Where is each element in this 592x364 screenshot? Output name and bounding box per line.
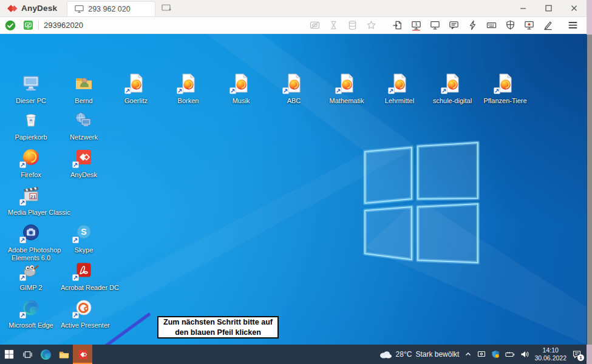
skype-icon: S [73,222,94,243]
desktop-icon-abc[interactable]: ABC [271,73,317,105]
monitor-tab-icon [75,5,84,13]
desktop-icon-label: Firefox [8,171,54,179]
shortcut-arrow-icon [494,87,500,94]
task-view-button[interactable] [18,345,36,364]
action-center-button[interactable]: 1 [572,349,582,359]
keyboard-icon[interactable] [485,18,498,33]
callout-line2: den blauen Pfeil klicken [175,328,261,338]
desktop-icon-microsoft-edge[interactable]: Microsoft Edge [8,297,54,329]
shortcut-arrow-icon [177,87,183,94]
minimize-button[interactable] [510,0,536,16]
svg-text:21: 21 [30,194,36,200]
svg-text:S: S [81,227,86,237]
desktop-icon-pflanzen-tiere[interactable]: Pflanzen-Tiere [482,73,528,105]
desktop-icon-label: ABC [271,97,317,105]
callout-line1: Zum nächsten Schritt bitte auf [163,317,273,328]
session-tab-label: 293 962 020 [88,5,131,13]
desktop-icon-skype[interactable]: SSkype [61,222,107,254]
titlebar: AnyDesk 293 962 020 [0,0,587,17]
fullscreen-monitor-icon[interactable] [428,18,441,33]
chat-icon[interactable] [447,18,460,33]
maximize-button[interactable] [536,0,561,16]
taskbar-left [0,345,92,364]
desktop-icon-label: Goerlitz [113,97,159,105]
shortcut-arrow-icon [72,161,79,168]
session-tab[interactable]: 293 962 020 [67,1,155,16]
desktop-icon-adobe-photoshop[interactable]: Adobe PhotoshopElements 6.0 [8,222,54,262]
tray-battery-icon[interactable] [505,351,515,358]
desktop-icon-firefox[interactable]: Firefox [8,147,54,179]
desktop-icon-label: Mathematik [324,97,370,105]
remote-desktop[interactable]: Dieser PCBerndGoerlitzBorkenMusikABCMath… [0,34,587,345]
file-transfer-icon[interactable] [390,18,404,33]
shortcut-arrow-icon [72,237,79,243]
clock-time: 14:10 [534,346,566,354]
desktop-icon-label: Media Player Classic [8,209,54,217]
desktop-icon-goerlitz[interactable]: Goerlitz [113,73,159,105]
actions-lightning-icon[interactable] [466,18,479,33]
shortcut-arrow-icon [72,312,79,318]
tray-chevron-up-icon[interactable] [464,351,472,358]
desktop-icon-lehrmittel[interactable]: Lehrmittel [376,73,423,105]
permissions-shield-icon[interactable] [503,18,517,33]
anydesk-icon [73,147,94,167]
remote-monitor-icon [23,20,33,30]
shortcut-arrow-icon [388,87,395,94]
weather-temperature: 28°C [396,350,412,359]
shortcut-arrow-icon [19,237,26,243]
computer-icon [21,73,41,93]
cloud-icon [379,350,392,359]
weather-widget[interactable]: 28°C Stark bewölkt [379,350,460,359]
network-icon [73,109,94,130]
taskbar: 28°C Stark bewölkt [0,345,587,364]
edge-taskbar-button[interactable] [36,345,55,364]
desktop-icon-papierkorb[interactable]: Papierkorb [8,109,54,141]
tray-speaker-icon[interactable] [520,351,529,358]
desktop-icon-dieser-pc[interactable]: Dieser PC [8,73,54,105]
tray-security-shield-icon[interactable] [491,350,500,359]
privacy-mode-icon[interactable] [308,18,321,33]
start-button[interactable] [0,345,18,364]
anydesk-taskbar-button-active[interactable] [73,345,92,364]
desktop-icon-schule-digital[interactable]: schule-digital [429,73,475,105]
svg-text:1: 1 [415,22,417,26]
desktop-icon-label: Papierkorb [8,133,54,141]
record-session-icon[interactable] [522,18,536,33]
menu-hamburger-icon[interactable] [566,18,579,33]
desktop-icon-borken[interactable]: Borken [165,73,211,105]
close-button[interactable] [561,0,587,16]
desktop-icon-media-player-classic[interactable]: 21Media Player Classic [8,184,54,217]
hourglass-icon[interactable] [327,18,340,33]
taskbar-clock[interactable]: 14:10 30.06.2022 [534,346,566,362]
desktop-icon-mathematik[interactable]: Mathematik [324,73,370,105]
session-data-icon[interactable] [345,18,359,33]
firefoxdoc-icon [284,73,304,93]
desktop-icon-label: Netzwerk [61,133,107,141]
desktop-icon-acrobat-reader-dc[interactable]: Acrobat Reader DC [61,260,107,292]
divider [38,21,39,30]
shortcut-arrow-icon [124,87,131,94]
shortcut-arrow-icon [19,199,26,206]
shortcut-arrow-icon [282,87,289,94]
remote-address-box[interactable]: 293962020 [23,20,83,30]
screen-edge-middle [587,35,592,345]
desktop-icon-bernd[interactable]: Bernd [61,73,107,105]
file-explorer-button[interactable] [55,345,73,364]
desktop-icon-musik[interactable]: Musik [218,73,264,105]
desktop-icon-active-presenter[interactable]: Active Presenter [61,297,107,329]
desktop-icon-anydesk[interactable]: AnyDesk [61,147,107,179]
tray-remote-monitor-icon[interactable] [477,350,486,359]
whiteboard-pen-icon[interactable] [541,18,554,33]
monitor-1-icon[interactable]: 1 [409,18,423,33]
desktop-icon-gimp-2[interactable]: GIMP 2 [8,260,54,292]
mediaplayer-icon: 21 [21,184,41,205]
desktop-icon-netzwerk[interactable]: Netzwerk [61,109,107,141]
new-session-button[interactable] [162,4,172,13]
shortcut-arrow-icon [19,274,26,281]
firefoxdoc-icon [495,73,515,93]
userfolder-icon [73,73,94,93]
firefoxdoc-icon [178,73,199,93]
activepresenter-icon [73,297,94,318]
favorite-star-icon[interactable] [364,18,378,33]
remote-address: 293962020 [44,21,83,30]
